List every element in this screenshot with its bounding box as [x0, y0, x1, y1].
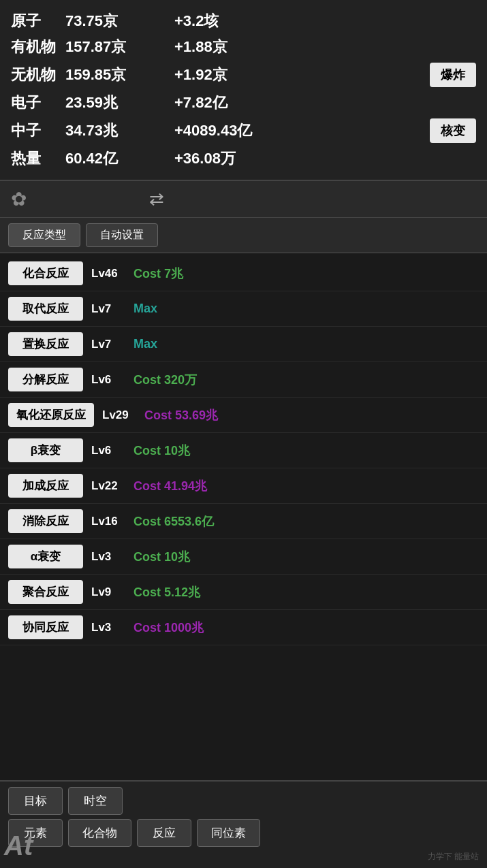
reaction-level: Lv3: [91, 621, 125, 634]
reaction-cost: Cost 41.94兆: [133, 478, 207, 494]
stat-row: 电子23.59兆+7.82亿: [11, 90, 476, 116]
flower-icon: ✿: [11, 188, 27, 210]
reaction-row: α衰变Lv3Cost 10兆: [0, 539, 487, 575]
stat-delta: +1.88京: [174, 37, 476, 57]
reaction-cost: Cost 10兆: [133, 549, 190, 565]
bottom-tab-button[interactable]: 反应: [137, 819, 191, 847]
reaction-name-button[interactable]: β衰变: [8, 438, 83, 462]
reaction-cost: Cost 10兆: [133, 443, 190, 459]
stat-row: 中子34.73兆+4089.43亿核变: [11, 116, 476, 146]
reaction-row: 取代反应Lv7Max: [0, 291, 487, 327]
reaction-name-button[interactable]: 加成反应: [8, 474, 83, 498]
reaction-row: 化合反应Lv46Cost 7兆: [0, 256, 487, 291]
stat-value: 73.75京: [65, 11, 174, 31]
stat-name: 无机物: [11, 65, 65, 85]
stat-value: 60.42亿: [65, 148, 174, 169]
reaction-level: Lv46: [91, 267, 125, 280]
reaction-row: 分解反应Lv6Cost 320万: [0, 362, 487, 398]
stat-name: 原子: [11, 11, 65, 31]
reaction-row: β衰变Lv6Cost 10兆: [0, 433, 487, 468]
reaction-level: Lv9: [91, 585, 125, 599]
tab-button[interactable]: 反应类型: [8, 223, 80, 247]
bottom-row-2: 元素化合物反应同位素: [8, 819, 479, 847]
stat-value: 23.59兆: [65, 93, 174, 113]
reaction-cost: Max: [133, 337, 157, 351]
stat-delta: +4089.43亿: [174, 120, 430, 141]
stat-delta: +1.92京: [174, 65, 430, 85]
reaction-cost: Cost 320万: [133, 372, 197, 388]
reaction-name-button[interactable]: 化合反应: [8, 261, 83, 285]
reaction-name-button[interactable]: α衰变: [8, 545, 83, 568]
bottom-row-1: 目标时空: [8, 787, 479, 815]
bottom-tab-button[interactable]: 同位素: [197, 819, 260, 847]
reaction-level: Lv16: [91, 515, 125, 528]
reaction-row: 协同反应Lv3Cost 1000兆: [0, 610, 487, 645]
stat-value: 159.85京: [65, 65, 174, 85]
reaction-name-button[interactable]: 置换反应: [8, 332, 83, 356]
reaction-row: 聚合反应Lv9Cost 5.12兆: [0, 575, 487, 610]
reaction-level: Lv29: [102, 408, 136, 422]
bottom-tab-button[interactable]: 时空: [68, 787, 123, 815]
reaction-level: Lv7: [91, 302, 125, 316]
shuffle-icon: ⇄: [149, 189, 164, 210]
reaction-name-button[interactable]: 分解反应: [8, 368, 83, 391]
stats-section: 原子73.75京+3.2垓有机物157.87京+1.88京无机物159.85京+…: [0, 0, 487, 181]
stat-row: 有机物157.87京+1.88京: [11, 34, 476, 60]
reaction-level: Lv7: [91, 338, 125, 351]
stat-row: 原子73.75京+3.2垓: [11, 8, 476, 34]
reaction-list: 化合反应Lv46Cost 7兆取代反应Lv7Max置换反应Lv7Max分解反应L…: [0, 253, 487, 648]
reaction-level: Lv22: [91, 479, 125, 493]
stat-value: 34.73兆: [65, 120, 174, 141]
reaction-name-button[interactable]: 消除反应: [8, 509, 83, 533]
reaction-row: 加成反应Lv22Cost 41.94兆: [0, 468, 487, 504]
reaction-level: Lv3: [91, 550, 125, 564]
watermark: 力学下 能量站: [8, 851, 479, 863]
stat-name: 电子: [11, 93, 65, 113]
reaction-name-button[interactable]: 聚合反应: [8, 580, 83, 604]
stat-row: 热量60.42亿+36.08万: [11, 146, 476, 172]
reaction-cost: Cost 5.12兆: [133, 584, 200, 600]
bottom-nav: 目标时空 元素化合物反应同位素 力学下 能量站: [0, 780, 487, 868]
reaction-cost: Cost 6553.6亿: [133, 513, 214, 530]
reaction-row: 消除反应Lv16Cost 6553.6亿: [0, 504, 487, 539]
reaction-level: Lv6: [91, 444, 125, 457]
reaction-cost: Cost 1000兆: [133, 620, 204, 636]
stat-name: 有机物: [11, 37, 65, 57]
tab-bar: 反应类型自动设置: [0, 218, 487, 253]
reaction-name-button[interactable]: 取代反应: [8, 297, 83, 321]
icon-bar: ✿ ⇄: [0, 181, 487, 218]
reaction-cost: Max: [133, 302, 157, 316]
stat-value: 157.87京: [65, 37, 174, 57]
stat-delta: +3.2垓: [174, 11, 476, 31]
reaction-level: Lv6: [91, 373, 125, 387]
reaction-row: 氧化还原反应Lv29Cost 53.69兆: [0, 398, 487, 433]
tab-button[interactable]: 自动设置: [86, 223, 158, 247]
bottom-tab-button[interactable]: 化合物: [68, 819, 131, 847]
bottom-tab-button[interactable]: 目标: [8, 787, 63, 815]
reaction-name-button[interactable]: 氧化还原反应: [8, 403, 94, 427]
reaction-row: 置换反应Lv7Max: [0, 327, 487, 362]
stat-name: 中子: [11, 120, 65, 141]
stat-row: 无机物159.85京+1.92京爆炸: [11, 60, 476, 90]
stat-delta: +7.82亿: [174, 93, 476, 113]
stat-name: 热量: [11, 148, 65, 169]
stat-delta: +36.08万: [174, 148, 476, 169]
reaction-cost: Cost 53.69兆: [144, 407, 218, 423]
stat-action-button[interactable]: 爆炸: [430, 63, 476, 87]
reaction-name-button[interactable]: 协同反应: [8, 615, 83, 639]
at-label: At: [4, 831, 33, 861]
stat-action-button[interactable]: 核变: [430, 118, 476, 143]
reaction-cost: Cost 7兆: [133, 266, 183, 282]
